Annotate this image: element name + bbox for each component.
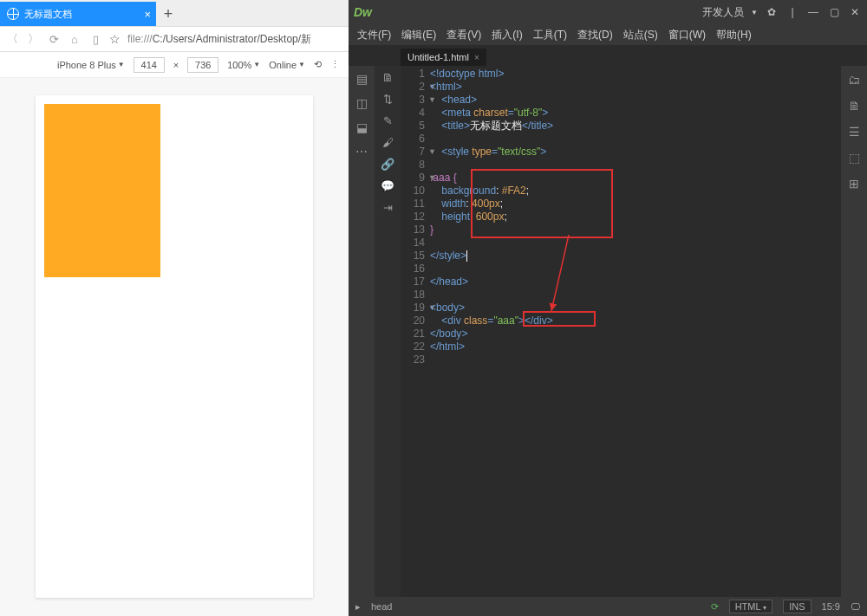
width-input[interactable]: 414 xyxy=(134,57,165,73)
panel-icon[interactable]: ⬚ xyxy=(849,151,860,165)
rendered-div-aaa xyxy=(44,104,160,277)
preview-viewport-wrap xyxy=(0,78,349,616)
panel-icon[interactable]: ⊞ xyxy=(849,177,859,191)
rotate-icon[interactable]: ⟲ xyxy=(314,59,322,70)
zoom-select[interactable]: 100% ▼ xyxy=(227,60,260,70)
browser-pane: 无标题文档 × + 〈 〉 ⟳ ⌂ ▯ ☆ file:///C:/Users/A… xyxy=(0,0,349,616)
tab-bar: 无标题文档 × + xyxy=(0,0,349,26)
close-icon[interactable]: × xyxy=(144,8,151,21)
kebab-icon[interactable]: ⋮ xyxy=(330,59,340,70)
menu-file[interactable]: 文件(F) xyxy=(357,28,391,42)
indent-icon[interactable]: ⇥ xyxy=(383,201,393,214)
dw-logo-icon: Dw xyxy=(354,5,372,19)
new-tab-button[interactable]: + xyxy=(156,2,180,26)
panel-icon[interactable]: ☰ xyxy=(849,125,860,139)
line-gutter: 1234567891011121314151617181920212223 xyxy=(401,66,430,597)
back-icon[interactable]: 〈 xyxy=(5,32,19,46)
svg-line-0 xyxy=(551,235,569,311)
menu-tools[interactable]: 工具(T) xyxy=(533,28,567,42)
comment-icon[interactable]: 💬 xyxy=(381,179,394,192)
dreamweaver-pane: Dw 开发人员 ▼ ✿ | — ▢ ✕ 文件(F) 编辑(E) 查看(V) 插入… xyxy=(349,0,867,616)
split-view-icon[interactable]: ◫ xyxy=(354,95,369,111)
breadcrumb[interactable]: head xyxy=(371,601,392,612)
menu-edit[interactable]: 编辑(E) xyxy=(401,28,436,42)
screen-icon[interactable]: 🖵 xyxy=(851,601,860,612)
network-select[interactable]: Online ▼ xyxy=(269,60,305,70)
cursor-pos: 15:9 xyxy=(822,601,840,612)
lang-select[interactable]: HTML ▾ xyxy=(729,600,773,613)
menu-find[interactable]: 查找(D) xyxy=(577,28,613,42)
menu-insert[interactable]: 插入(I) xyxy=(492,28,522,42)
menu-view[interactable]: 查看(V) xyxy=(447,28,481,42)
collapse-icon[interactable]: ▸ xyxy=(355,601,361,613)
chevron-down-icon[interactable]: ▼ xyxy=(751,9,758,16)
right-panel-icons: 🗂 🗎 ☰ ⬚ ⊞ xyxy=(841,66,867,597)
sync-icon[interactable]: ⟳ xyxy=(711,601,719,613)
annotation-arrow xyxy=(534,235,586,321)
code-content[interactable]: <!doctype html> <html> <head> <meta char… xyxy=(430,66,553,597)
dw-menubar: 文件(F) 编辑(E) 查看(V) 插入(I) 工具(T) 查找(D) 站点(S… xyxy=(349,24,867,45)
dw-statusbar: ▸ head ⟳ HTML ▾ INS 15:9 🖵 xyxy=(349,597,867,616)
devtools-device-bar: iPhone 8 Plus ▼ 414 × 736 100% ▼ Online … xyxy=(0,52,349,78)
view-switch-toolbar: ▤ ◫ ⬓ ⋯ xyxy=(349,66,375,597)
dim-separator: × xyxy=(173,60,179,70)
panel-icon[interactable]: 🗎 xyxy=(848,99,860,113)
height-input[interactable]: 736 xyxy=(187,57,218,73)
updown-icon[interactable]: ⇅ xyxy=(383,93,393,106)
bookmark-icon[interactable]: ☆ xyxy=(109,32,121,46)
menu-site[interactable]: 站点(S) xyxy=(623,28,658,42)
ins-toggle[interactable]: INS xyxy=(783,600,811,613)
browser-tab[interactable]: 无标题文档 × xyxy=(0,2,156,26)
forward-icon[interactable]: 〉 xyxy=(26,32,40,46)
address-bar: 〈 〉 ⟳ ⌂ ▯ ☆ file:///C:/Users/Administrat… xyxy=(0,26,349,52)
menu-window[interactable]: 窗口(W) xyxy=(668,28,706,42)
close-icon[interactable]: × xyxy=(474,53,479,62)
file-tab-label: Untitled-1.html xyxy=(407,52,469,62)
menu-help[interactable]: 帮助(H) xyxy=(716,28,752,42)
dw-body: ▤ ◫ ⬓ ⋯ 🗎 ⇅ ✎ 🖌 🔗 💬 ⇥ 123456789101112131… xyxy=(349,66,867,597)
link-icon[interactable]: 🔗 xyxy=(381,158,394,171)
maximize-icon[interactable]: ▢ xyxy=(827,6,841,18)
file-tab[interactable]: Untitled-1.html × xyxy=(401,49,486,66)
globe-icon xyxy=(7,8,19,20)
close-icon[interactable]: ✕ xyxy=(848,6,862,18)
live-view-icon[interactable]: ⬓ xyxy=(354,120,369,135)
tab-title: 无标题文档 xyxy=(24,8,72,21)
device-select[interactable]: iPhone 8 Plus ▼ xyxy=(57,60,125,70)
bar-icon[interactable]: | xyxy=(786,6,799,18)
dw-titlebar: Dw 开发人员 ▼ ✿ | — ▢ ✕ xyxy=(349,0,867,24)
url-field[interactable]: file:///C:/Users/Administrator/Desktop/新 xyxy=(127,32,343,47)
gear-icon[interactable]: ✿ xyxy=(765,6,779,18)
workspace-label[interactable]: 开发人员 xyxy=(702,5,744,20)
minimize-icon[interactable]: — xyxy=(806,6,820,18)
preview-viewport xyxy=(36,95,313,598)
wand-icon[interactable]: ✎ xyxy=(383,114,393,127)
code-toolbar: 🗎 ⇅ ✎ 🖌 🔗 💬 ⇥ xyxy=(375,66,401,597)
home-icon[interactable]: ⌂ xyxy=(68,32,81,46)
code-view-icon[interactable]: ▤ xyxy=(354,71,369,87)
reader-icon[interactable]: ▯ xyxy=(88,32,102,46)
code-editor[interactable]: 1234567891011121314151617181920212223 ▼▼… xyxy=(401,66,841,597)
panel-icon[interactable]: 🗂 xyxy=(848,73,860,87)
brush-icon[interactable]: 🖌 xyxy=(382,136,394,149)
doc-icon[interactable]: 🗎 xyxy=(382,71,394,84)
reload-icon[interactable]: ⟳ xyxy=(47,32,61,46)
dw-file-tabs: Untitled-1.html × xyxy=(349,45,867,66)
dots-icon[interactable]: ⋯ xyxy=(354,144,369,159)
